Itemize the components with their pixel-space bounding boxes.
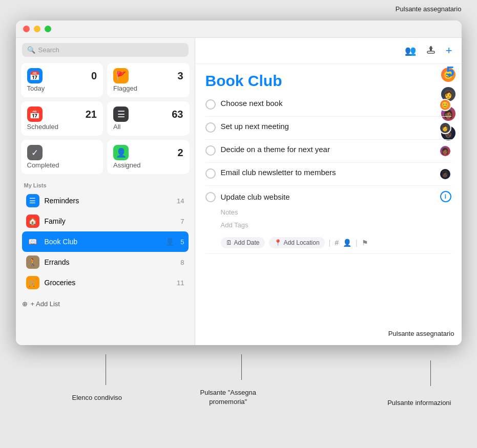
my-lists-section: My Lists ☰ Reminders 14 🏠 Family 7: [16, 179, 195, 295]
add-reminder-button[interactable]: +: [444, 43, 454, 58]
annotation-line-left: [106, 354, 106, 385]
flag-button[interactable]: ⚑: [362, 239, 368, 247]
groceries-label: Groceries: [45, 279, 172, 287]
all-label: All: [113, 123, 183, 131]
search-placeholder: Search: [38, 46, 59, 54]
task-avatar-2: 👩: [439, 122, 451, 134]
book-club-count: 5: [180, 238, 184, 246]
sidebar: 🔍 Search 📅 0 Today: [16, 38, 195, 345]
smart-card-flagged[interactable]: 🚩 3 Flagged: [107, 63, 190, 97]
smart-card-scheduled[interactable]: 📅 21 Scheduled: [21, 101, 103, 136]
task-avatar-1: 😊: [439, 99, 451, 111]
annotation-assign-reminder: Pulsante "Assegnapromemoria": [200, 388, 256, 407]
groceries-count: 11: [177, 279, 184, 287]
assign-person-button[interactable]: 👤: [343, 239, 351, 247]
smart-card-today[interactable]: 📅 0 Today: [21, 63, 103, 97]
family-label: Family: [45, 217, 176, 225]
divider-1: |: [329, 239, 331, 247]
task-checkbox-2[interactable]: [205, 122, 216, 133]
all-icon: ☰: [113, 106, 129, 122]
task-avatar-4: 👩🏿: [439, 168, 451, 180]
detail-title: Book Club: [205, 72, 431, 90]
sidebar-item-reminders[interactable]: ☰ Reminders 14: [22, 190, 189, 211]
annotation-top-right: Pulsante assegnatario: [396, 5, 462, 13]
add-date-label: Add Date: [234, 239, 260, 246]
reminders-label: Reminders: [45, 197, 172, 205]
task-item-3: Decide on a theme for next year 👩🏾: [205, 140, 451, 163]
family-count: 7: [180, 218, 184, 225]
scheduled-icon: 📅: [27, 106, 43, 122]
task-checkbox-5[interactable]: [205, 192, 216, 202]
sidebar-item-errands[interactable]: 🚶 Errands 8: [22, 252, 189, 272]
add-list-label: + Add List: [31, 300, 60, 308]
flagged-icon: 🚩: [113, 68, 129, 83]
task-notes[interactable]: Notes: [221, 208, 238, 216]
assignee-button[interactable]: 👥: [403, 44, 418, 57]
task-text-4: Email club newsletter to members: [221, 168, 434, 177]
today-icon: 📅: [27, 68, 43, 83]
add-list-plus-icon: ⊕: [22, 300, 28, 308]
annotation-info-button: Pulsante informazioni: [387, 399, 451, 407]
groceries-icon: 🛒: [26, 276, 39, 289]
flagged-label: Flagged: [113, 84, 183, 92]
detail-header: Book Club: [195, 64, 462, 94]
book-club-label: Book Club: [45, 238, 161, 246]
all-count: 63: [172, 109, 183, 120]
annotation-line-center: [241, 354, 242, 380]
today-count: 0: [91, 70, 97, 82]
sidebar-item-family[interactable]: 🏠 Family 7: [22, 211, 189, 231]
task-5-main-row: Update club website i: [205, 191, 451, 202]
assigned-icon: 👤: [113, 145, 129, 160]
task-tags[interactable]: Add Tags: [221, 221, 248, 229]
task-text-5: Update club website: [221, 193, 435, 201]
flagged-count: 3: [177, 70, 183, 82]
hash-tag-button[interactable]: #: [335, 239, 339, 247]
sidebar-item-groceries[interactable]: 🛒 Groceries 11: [22, 272, 189, 293]
title-bar: [16, 20, 462, 38]
add-list-button[interactable]: ⊕ + Add List: [16, 297, 195, 311]
today-label: Today: [27, 84, 97, 92]
add-location-chip[interactable]: 📍 Add Location: [269, 237, 325, 248]
family-icon: 🏠: [26, 215, 39, 228]
task-action-bar: 🗓 Add Date 📍 Add Location | # 👤 |: [221, 237, 368, 248]
smart-card-completed[interactable]: ✓ Completed: [21, 140, 103, 174]
close-button[interactable]: [23, 26, 30, 32]
add-date-icon: 🗓: [226, 239, 232, 246]
task-item-1: Choose next book 😊: [205, 94, 451, 117]
add-date-chip[interactable]: 🗓 Add Date: [221, 237, 265, 248]
task-item-2: Set up next meeting 👩: [205, 117, 451, 140]
smart-card-assigned[interactable]: 👤 2 Assigned: [107, 140, 190, 174]
annotation-assignee-button-label: Pulsante assegnatario: [388, 330, 454, 337]
maximize-button[interactable]: [45, 26, 51, 32]
scheduled-count: 21: [86, 109, 97, 120]
task-checkbox-4[interactable]: [205, 168, 216, 179]
assigned-count: 2: [177, 147, 183, 159]
reminders-count: 14: [177, 197, 184, 205]
minimize-button[interactable]: [34, 26, 40, 32]
smart-list-grid: 📅 0 Today 🚩 3 Flagged: [16, 63, 195, 179]
reminders-icon: ☰: [26, 194, 39, 207]
task-checkbox-3[interactable]: [205, 145, 216, 156]
task-checkbox-1[interactable]: [205, 99, 216, 110]
task-avatar-3: 👩🏾: [439, 145, 451, 157]
errands-label: Errands: [45, 258, 176, 266]
task-item-4: Email club newsletter to members 👩🏿: [205, 163, 451, 186]
assigned-label: Assigned: [113, 161, 183, 169]
sidebar-item-book-club[interactable]: 📖 Book Club 👤 5: [22, 231, 189, 252]
task-list: Choose next book 😊 Set up next meeting 👩…: [195, 94, 462, 345]
svg-rect-1: [427, 51, 434, 53]
search-icon: 🔍: [27, 46, 35, 54]
add-location-icon: 📍: [274, 239, 282, 246]
search-bar[interactable]: 🔍 Search: [22, 43, 189, 57]
task-item-5: Update club website i Notes Add Tags 🗓 A…: [205, 186, 451, 254]
completed-label: Completed: [27, 161, 97, 169]
task-info-button[interactable]: i: [440, 191, 451, 202]
app-window: 🔍 Search 📅 0 Today: [16, 20, 462, 345]
share-button[interactable]: [424, 44, 438, 58]
smart-card-all[interactable]: ☰ 63 All: [107, 101, 190, 136]
annotation-line-right: [430, 360, 431, 386]
detail-pane: 👥 + 😊 👩 👩🏾 👩🏿: [195, 38, 462, 345]
divider-2: |: [356, 239, 358, 247]
annotation-shared-list: Elenco condiviso: [72, 394, 122, 401]
shared-icon: 👤: [165, 238, 174, 246]
